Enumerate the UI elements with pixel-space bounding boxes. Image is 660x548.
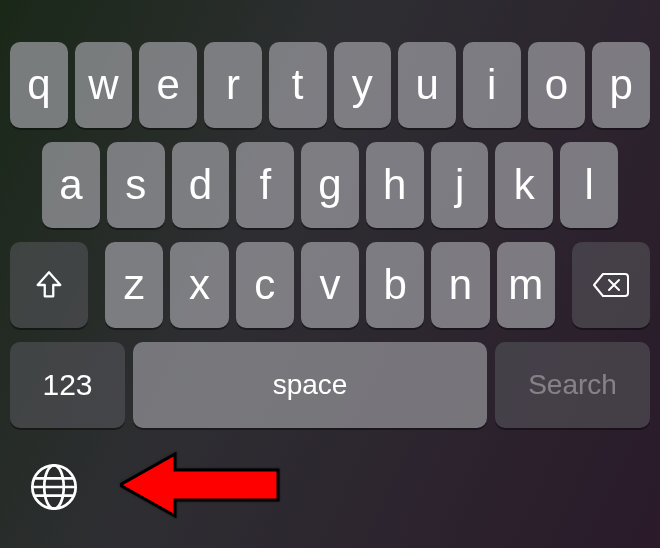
key-j[interactable]: j bbox=[431, 142, 489, 228]
key-r[interactable]: r bbox=[204, 42, 262, 128]
key-f[interactable]: f bbox=[236, 142, 294, 228]
key-e[interactable]: e bbox=[139, 42, 197, 128]
shift-icon bbox=[32, 268, 66, 302]
key-c[interactable]: c bbox=[236, 242, 294, 328]
space-label: space bbox=[273, 369, 348, 401]
backspace-icon bbox=[591, 270, 631, 300]
key-h[interactable]: h bbox=[366, 142, 424, 228]
key-n[interactable]: n bbox=[431, 242, 489, 328]
key-l[interactable]: l bbox=[560, 142, 618, 228]
keyboard-row-4: 123 space Search bbox=[10, 342, 650, 428]
space-key[interactable]: space bbox=[133, 342, 487, 428]
keyboard-row-1: q w e r t y u i o p bbox=[10, 42, 650, 128]
numbers-key[interactable]: 123 bbox=[10, 342, 125, 428]
key-s[interactable]: s bbox=[107, 142, 165, 228]
search-label: Search bbox=[528, 369, 617, 401]
search-key[interactable]: Search bbox=[495, 342, 650, 428]
key-t[interactable]: t bbox=[269, 42, 327, 128]
arrow-left-icon bbox=[120, 450, 280, 520]
keyboard-row-2: a s d f g h j k l bbox=[10, 142, 650, 228]
key-d[interactable]: d bbox=[172, 142, 230, 228]
backspace-key[interactable] bbox=[572, 242, 650, 328]
globe-key[interactable] bbox=[28, 461, 80, 513]
annotation-arrow bbox=[120, 450, 280, 520]
key-m[interactable]: m bbox=[497, 242, 555, 328]
key-v[interactable]: v bbox=[301, 242, 359, 328]
numbers-label: 123 bbox=[42, 368, 92, 402]
key-x[interactable]: x bbox=[170, 242, 228, 328]
key-z[interactable]: z bbox=[105, 242, 163, 328]
key-w[interactable]: w bbox=[75, 42, 133, 128]
key-k[interactable]: k bbox=[495, 142, 553, 228]
svg-marker-2 bbox=[120, 454, 278, 516]
globe-icon bbox=[28, 461, 80, 513]
key-i[interactable]: i bbox=[463, 42, 521, 128]
shift-key[interactable] bbox=[10, 242, 88, 328]
key-u[interactable]: u bbox=[398, 42, 456, 128]
key-b[interactable]: b bbox=[366, 242, 424, 328]
key-q[interactable]: q bbox=[10, 42, 68, 128]
key-y[interactable]: y bbox=[334, 42, 392, 128]
keyboard-row-3: z x c v b n m bbox=[10, 242, 650, 328]
key-g[interactable]: g bbox=[301, 142, 359, 228]
ios-keyboard: q w e r t y u i o p a s d f g h j k l z … bbox=[10, 42, 650, 428]
key-a[interactable]: a bbox=[42, 142, 100, 228]
key-p[interactable]: p bbox=[592, 42, 650, 128]
key-o[interactable]: o bbox=[528, 42, 586, 128]
